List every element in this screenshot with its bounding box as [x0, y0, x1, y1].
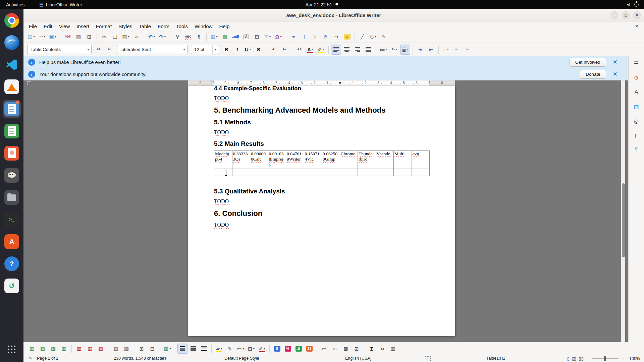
dock-vlc[interactable] — [3, 78, 21, 96]
number-format-currency[interactable]: $ — [272, 344, 282, 354]
line-spacing[interactable]: ↕▾ — [441, 45, 451, 55]
basic-shapes-dropdown[interactable]: ▾ — [375, 35, 376, 38]
unprotect-cells[interactable]: ⊡ — [352, 344, 362, 354]
document-page[interactable]: 4.4 Example-Specific EvaluationTODO5. Be… — [188, 86, 455, 336]
table-cell[interactable]: 0.000000Calc — [250, 151, 268, 169]
protect-cells[interactable]: ⊠ — [341, 344, 351, 354]
doc-heading[interactable]: 5. Benchmarking Advanced Models and Meth… — [214, 106, 429, 115]
font-color-dropdown[interactable]: ▾ — [312, 48, 313, 51]
maximize-button[interactable]: □ — [622, 11, 630, 19]
undo[interactable]: ↶▾ — [147, 32, 157, 42]
zoom-level[interactable]: 100% — [627, 356, 640, 361]
doc-heading[interactable]: 5.3 Qualitative Analysis — [214, 187, 429, 195]
insert-row-above[interactable]: ▦ — [27, 344, 37, 354]
table-cell[interactable]: 0.062500Gimp — [322, 151, 340, 169]
table-cell[interactable] — [232, 169, 250, 176]
menu-form[interactable]: Form — [154, 22, 173, 30]
clock[interactable]: Apr 21 22:51 — [305, 2, 338, 7]
font-size-dropdown[interactable]: ▾ — [212, 45, 219, 54]
menu-edit[interactable]: Edit — [40, 22, 56, 30]
copy[interactable]: ❏ — [110, 32, 120, 42]
table-cell[interactable] — [394, 169, 412, 176]
dock-help[interactable]: ? — [3, 255, 21, 273]
unordered-list-dropdown[interactable]: ▾ — [386, 48, 387, 51]
font-color[interactable]: A▾ — [305, 45, 315, 55]
delete-table[interactable]: ▦ — [96, 344, 106, 354]
minimize-button[interactable]: – — [611, 11, 619, 19]
export-pdf[interactable]: PDF — [63, 32, 73, 42]
sidebar-settings[interactable]: ☰ — [632, 59, 641, 68]
save-status-icon[interactable]: ✎ — [29, 356, 32, 361]
insert-endnote[interactable]: ‡ — [310, 32, 320, 42]
get-involved-button[interactable]: Get involved — [570, 58, 606, 67]
tab-stop-marker[interactable] — [339, 82, 341, 84]
table-cell[interactable] — [286, 169, 304, 176]
ordered-list-dropdown[interactable]: ▾ — [396, 48, 397, 51]
insert-row-below[interactable]: ▦ — [38, 344, 48, 354]
menu-window[interactable]: Window — [191, 22, 216, 30]
zoom-slider-thumb[interactable] — [604, 356, 606, 361]
doc-paragraph[interactable]: TODO — [214, 222, 429, 228]
table-cell[interactable]: Modelgpt-4 — [214, 151, 232, 169]
sidebar-navigator[interactable]: ◎ — [632, 117, 641, 125]
select-table[interactable]: ▦ — [121, 344, 131, 354]
insert-caption[interactable]: ▭ — [319, 344, 329, 354]
insert-field[interactable]: [#]▾ — [263, 32, 273, 42]
insert-table-dropdown[interactable]: ▾ — [216, 35, 218, 38]
book-view-button[interactable]: ▯|▯ — [579, 356, 583, 361]
table-cell[interactable] — [412, 169, 430, 176]
table-cell[interactable] — [358, 169, 376, 176]
dock-vscode[interactable] — [3, 56, 21, 74]
table-cell[interactable]: Vscode — [376, 151, 394, 169]
status-page-number[interactable]: Page 2 of 2 — [37, 356, 58, 361]
table-background-color[interactable]: ▰▾ — [214, 344, 224, 354]
table-cell[interactable]: 0.333333Os — [232, 151, 250, 169]
open-file[interactable]: ▱▾ — [37, 32, 47, 42]
spell-check[interactable]: ABC — [183, 32, 193, 42]
sidebar-styles[interactable]: A — [632, 88, 641, 97]
insert-special-character[interactable]: Ω▾ — [273, 32, 283, 42]
ordered-list[interactable]: 1≡▾ — [389, 45, 399, 55]
insert-cross-reference[interactable]: ↪ — [331, 32, 341, 42]
status-language[interactable]: English (USA) — [345, 356, 372, 361]
insert-column-after[interactable]: ▦ — [59, 344, 69, 354]
dock-terminal[interactable]: >_ — [3, 210, 21, 229]
table-cell[interactable] — [250, 169, 268, 176]
activities-button[interactable]: Activities — [0, 2, 31, 7]
zoom-in-button[interactable]: + — [622, 356, 624, 361]
font-name-select[interactable]: Liberation Serif ▾ — [117, 45, 187, 54]
align-justify[interactable] — [363, 45, 373, 55]
strikethrough[interactable]: S — [254, 45, 264, 55]
dock-software[interactable]: A — [3, 233, 21, 251]
redo[interactable]: ↷▾ — [157, 32, 167, 42]
underline[interactable]: U▾ — [243, 45, 253, 55]
subscript[interactable]: A₂ — [279, 45, 289, 55]
dock-calc[interactable] — [3, 122, 21, 140]
font-name-dropdown[interactable]: ▾ — [181, 45, 187, 54]
decrease-paragraph-spacing[interactable]: ≡↓ — [463, 45, 473, 55]
cut[interactable]: ✂ — [99, 32, 109, 42]
horizontal-ruler[interactable]: 111098765432112345678 — [188, 80, 455, 86]
optimize-size[interactable]: ▦▾ — [162, 344, 172, 354]
menu-help[interactable]: Help — [216, 22, 233, 30]
align-center[interactable] — [342, 45, 352, 55]
table-cell[interactable]: 0.047619Writer — [286, 151, 304, 169]
number-format-date[interactable]: 31 — [304, 344, 314, 354]
select-cell[interactable]: ▦ — [111, 344, 121, 354]
infobar-close-icon[interactable]: ✕ — [613, 59, 618, 66]
dock-files[interactable] — [3, 188, 21, 206]
bold[interactable]: B — [221, 45, 231, 55]
center-vertically[interactable] — [188, 344, 198, 354]
status-page-style[interactable]: Default Page Style — [224, 356, 259, 361]
insert-table[interactable]: ▦▾ — [209, 32, 219, 42]
borders[interactable]: ⊞▾ — [246, 344, 256, 354]
delete-column[interactable]: ▦ — [85, 344, 95, 354]
insert-column-before[interactable]: ▦ — [48, 344, 58, 354]
insert-text-box[interactable]: A — [241, 32, 251, 42]
insert-bookmark[interactable]: ⚑ — [321, 32, 331, 42]
power-icon[interactable] — [634, 2, 639, 7]
borders-dropdown[interactable]: ▾ — [253, 347, 255, 350]
align-left[interactable] — [331, 45, 341, 55]
merge-cells[interactable]: ⊞ — [137, 344, 147, 354]
table-cell[interactable]: Chrome — [340, 151, 358, 169]
